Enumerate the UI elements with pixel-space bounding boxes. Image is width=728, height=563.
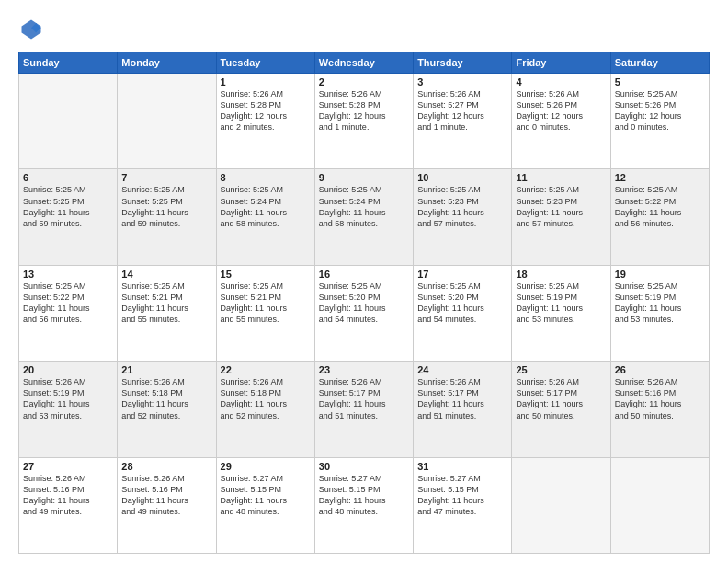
day-number: 28: [121, 461, 211, 472]
calendar-cell: [19, 74, 118, 169]
day-info: Sunrise: 5:26 AM Sunset: 5:16 PM Dayligh…: [121, 473, 211, 518]
calendar-week-row: 20Sunrise: 5:26 AM Sunset: 5:19 PM Dayli…: [19, 362, 710, 457]
day-info: Sunrise: 5:26 AM Sunset: 5:28 PM Dayligh…: [319, 88, 409, 133]
col-header-wednesday: Wednesday: [314, 52, 413, 74]
calendar-cell: [512, 457, 610, 553]
day-number: 8: [221, 172, 311, 183]
col-header-saturday: Saturday: [610, 52, 709, 74]
day-info: Sunrise: 5:25 AM Sunset: 5:21 PM Dayligh…: [221, 281, 311, 326]
day-info: Sunrise: 5:26 AM Sunset: 5:28 PM Dayligh…: [221, 88, 311, 133]
calendar-table: SundayMondayTuesdayWednesdayThursdayFrid…: [18, 52, 710, 554]
day-info: Sunrise: 5:25 AM Sunset: 5:25 PM Dayligh…: [23, 184, 113, 229]
calendar-cell: 30Sunrise: 5:27 AM Sunset: 5:15 PM Dayli…: [314, 457, 413, 553]
day-number: 10: [417, 172, 507, 183]
calendar-cell: 15Sunrise: 5:25 AM Sunset: 5:21 PM Dayli…: [216, 265, 314, 361]
day-info: Sunrise: 5:26 AM Sunset: 5:16 PM Dayligh…: [23, 473, 113, 518]
day-info: Sunrise: 5:26 AM Sunset: 5:27 PM Dayligh…: [417, 88, 507, 133]
calendar-cell: 10Sunrise: 5:25 AM Sunset: 5:23 PM Dayli…: [414, 169, 512, 265]
day-number: 24: [417, 364, 507, 375]
day-info: Sunrise: 5:25 AM Sunset: 5:19 PM Dayligh…: [516, 281, 606, 326]
day-info: Sunrise: 5:25 AM Sunset: 5:23 PM Dayligh…: [417, 184, 507, 229]
day-info: Sunrise: 5:25 AM Sunset: 5:26 PM Dayligh…: [615, 88, 705, 133]
day-number: 6: [23, 172, 113, 183]
day-info: Sunrise: 5:26 AM Sunset: 5:17 PM Dayligh…: [319, 376, 409, 421]
day-info: Sunrise: 5:27 AM Sunset: 5:15 PM Dayligh…: [417, 473, 507, 518]
day-info: Sunrise: 5:26 AM Sunset: 5:18 PM Dayligh…: [221, 376, 311, 421]
day-number: 2: [319, 76, 409, 87]
calendar-cell: 7Sunrise: 5:25 AM Sunset: 5:25 PM Daylig…: [118, 169, 216, 265]
logo: [18, 17, 48, 42]
day-info: Sunrise: 5:26 AM Sunset: 5:18 PM Dayligh…: [121, 376, 211, 421]
day-number: 19: [615, 269, 705, 280]
day-info: Sunrise: 5:25 AM Sunset: 5:24 PM Dayligh…: [221, 184, 311, 229]
day-number: 9: [319, 172, 409, 183]
day-number: 16: [319, 269, 409, 280]
day-number: 30: [319, 461, 409, 472]
day-number: 22: [221, 364, 311, 375]
calendar-cell: 24Sunrise: 5:26 AM Sunset: 5:17 PM Dayli…: [414, 362, 512, 457]
col-header-friday: Friday: [512, 52, 610, 74]
calendar-cell: 19Sunrise: 5:25 AM Sunset: 5:19 PM Dayli…: [610, 265, 709, 361]
day-number: 25: [516, 364, 606, 375]
day-number: 20: [23, 364, 113, 375]
calendar-cell: 14Sunrise: 5:25 AM Sunset: 5:21 PM Dayli…: [118, 265, 216, 361]
calendar-cell: 11Sunrise: 5:25 AM Sunset: 5:23 PM Dayli…: [512, 169, 610, 265]
day-info: Sunrise: 5:25 AM Sunset: 5:24 PM Dayligh…: [319, 184, 409, 229]
calendar-cell: [118, 74, 216, 169]
calendar-cell: 6Sunrise: 5:25 AM Sunset: 5:25 PM Daylig…: [19, 169, 118, 265]
calendar-cell: 23Sunrise: 5:26 AM Sunset: 5:17 PM Dayli…: [314, 362, 413, 457]
calendar-cell: 4Sunrise: 5:26 AM Sunset: 5:26 PM Daylig…: [512, 74, 610, 169]
day-info: Sunrise: 5:25 AM Sunset: 5:22 PM Dayligh…: [23, 281, 113, 326]
calendar-cell: 27Sunrise: 5:26 AM Sunset: 5:16 PM Dayli…: [19, 457, 118, 553]
day-number: 4: [516, 76, 606, 87]
calendar-cell: 20Sunrise: 5:26 AM Sunset: 5:19 PM Dayli…: [19, 362, 118, 457]
day-info: Sunrise: 5:25 AM Sunset: 5:25 PM Dayligh…: [121, 184, 211, 229]
col-header-tuesday: Tuesday: [216, 52, 314, 74]
calendar-cell: 28Sunrise: 5:26 AM Sunset: 5:16 PM Dayli…: [118, 457, 216, 553]
calendar-cell: 1Sunrise: 5:26 AM Sunset: 5:28 PM Daylig…: [216, 74, 314, 169]
day-number: 29: [221, 461, 311, 472]
col-header-thursday: Thursday: [414, 52, 512, 74]
day-info: Sunrise: 5:25 AM Sunset: 5:20 PM Dayligh…: [319, 281, 409, 326]
calendar-cell: 16Sunrise: 5:25 AM Sunset: 5:20 PM Dayli…: [314, 265, 413, 361]
day-info: Sunrise: 5:25 AM Sunset: 5:22 PM Dayligh…: [615, 184, 705, 229]
calendar-week-row: 1Sunrise: 5:26 AM Sunset: 5:28 PM Daylig…: [19, 74, 710, 169]
calendar-cell: 29Sunrise: 5:27 AM Sunset: 5:15 PM Dayli…: [216, 457, 314, 553]
day-number: 3: [417, 76, 507, 87]
header: [18, 17, 710, 42]
day-info: Sunrise: 5:25 AM Sunset: 5:23 PM Dayligh…: [516, 184, 606, 229]
day-number: 27: [23, 461, 113, 472]
day-info: Sunrise: 5:26 AM Sunset: 5:19 PM Dayligh…: [23, 376, 113, 421]
day-number: 1: [221, 76, 311, 87]
day-info: Sunrise: 5:27 AM Sunset: 5:15 PM Dayligh…: [221, 473, 311, 518]
col-header-sunday: Sunday: [19, 52, 118, 74]
day-number: 11: [516, 172, 606, 183]
day-number: 7: [121, 172, 211, 183]
day-number: 26: [615, 364, 705, 375]
calendar-cell: 17Sunrise: 5:25 AM Sunset: 5:20 PM Dayli…: [414, 265, 512, 361]
day-info: Sunrise: 5:26 AM Sunset: 5:16 PM Dayligh…: [615, 376, 705, 421]
day-info: Sunrise: 5:26 AM Sunset: 5:17 PM Dayligh…: [417, 376, 507, 421]
calendar-cell: [610, 457, 709, 553]
day-info: Sunrise: 5:26 AM Sunset: 5:17 PM Dayligh…: [516, 376, 606, 421]
calendar-cell: 21Sunrise: 5:26 AM Sunset: 5:18 PM Dayli…: [118, 362, 216, 457]
calendar-header-row: SundayMondayTuesdayWednesdayThursdayFrid…: [19, 52, 710, 74]
calendar-cell: 8Sunrise: 5:25 AM Sunset: 5:24 PM Daylig…: [216, 169, 314, 265]
day-number: 21: [121, 364, 211, 375]
day-number: 5: [615, 76, 705, 87]
calendar-cell: 18Sunrise: 5:25 AM Sunset: 5:19 PM Dayli…: [512, 265, 610, 361]
day-info: Sunrise: 5:25 AM Sunset: 5:19 PM Dayligh…: [615, 281, 705, 326]
calendar-week-row: 27Sunrise: 5:26 AM Sunset: 5:16 PM Dayli…: [19, 457, 710, 553]
calendar-cell: 25Sunrise: 5:26 AM Sunset: 5:17 PM Dayli…: [512, 362, 610, 457]
day-number: 13: [23, 269, 113, 280]
calendar-week-row: 13Sunrise: 5:25 AM Sunset: 5:22 PM Dayli…: [19, 265, 710, 361]
calendar-cell: 12Sunrise: 5:25 AM Sunset: 5:22 PM Dayli…: [610, 169, 709, 265]
day-number: 23: [319, 364, 409, 375]
calendar-cell: 3Sunrise: 5:26 AM Sunset: 5:27 PM Daylig…: [414, 74, 512, 169]
calendar-week-row: 6Sunrise: 5:25 AM Sunset: 5:25 PM Daylig…: [19, 169, 710, 265]
day-number: 15: [221, 269, 311, 280]
logo-icon: [18, 17, 44, 42]
calendar-cell: 9Sunrise: 5:25 AM Sunset: 5:24 PM Daylig…: [314, 169, 413, 265]
day-number: 31: [417, 461, 507, 472]
day-number: 18: [516, 269, 606, 280]
